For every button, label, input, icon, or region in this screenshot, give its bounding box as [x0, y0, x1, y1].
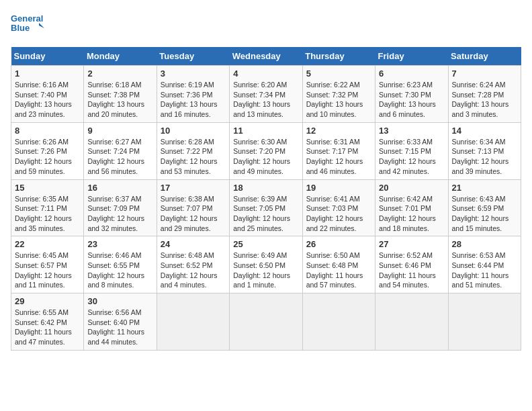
day-info: Sunrise: 6:52 AMSunset: 6:46 PMDaylight:…: [379, 251, 436, 289]
calendar-cell: 1 Sunrise: 6:16 AMSunset: 7:40 PMDayligh…: [11, 66, 84, 123]
day-info: Sunrise: 6:22 AMSunset: 7:32 PMDaylight:…: [306, 81, 363, 118]
day-number: 21: [452, 183, 517, 193]
calendar-week-row: 1 Sunrise: 6:16 AMSunset: 7:40 PMDayligh…: [11, 66, 521, 123]
day-number: 23: [87, 239, 152, 249]
day-number: 19: [306, 183, 371, 193]
weekday-header: Saturday: [448, 47, 521, 66]
calendar-cell: 9 Sunrise: 6:27 AMSunset: 7:24 PMDayligh…: [84, 122, 157, 179]
day-number: 12: [306, 126, 371, 136]
day-info: Sunrise: 6:35 AMSunset: 7:11 PMDaylight:…: [15, 195, 72, 232]
day-info: Sunrise: 6:48 AMSunset: 6:52 PMDaylight:…: [161, 251, 218, 289]
weekday-header: Thursday: [302, 47, 375, 66]
day-info: Sunrise: 6:26 AMSunset: 7:26 PMDaylight:…: [15, 138, 72, 175]
day-number: 20: [379, 183, 444, 193]
logo: General Blue: [11, 11, 44, 40]
day-number: 15: [15, 183, 80, 193]
day-number: 3: [161, 68, 226, 79]
day-info: Sunrise: 6:27 AMSunset: 7:24 PMDaylight:…: [87, 138, 144, 175]
day-number: 5: [306, 68, 371, 79]
day-number: 17: [161, 183, 226, 193]
calendar-week-row: 22 Sunrise: 6:45 AMSunset: 6:57 PMDaylig…: [11, 236, 521, 293]
day-number: 11: [233, 126, 298, 136]
day-number: 18: [233, 183, 298, 193]
calendar-cell: 19 Sunrise: 6:41 AMSunset: 7:03 PMDaylig…: [302, 179, 375, 236]
calendar-week-row: 15 Sunrise: 6:35 AMSunset: 7:11 PMDaylig…: [11, 179, 521, 236]
calendar-cell: 15 Sunrise: 6:35 AMSunset: 7:11 PMDaylig…: [11, 179, 84, 236]
weekday-header: Tuesday: [157, 47, 229, 66]
calendar-cell: [448, 293, 521, 351]
calendar-body: 1 Sunrise: 6:16 AMSunset: 7:40 PMDayligh…: [11, 66, 521, 351]
day-info: Sunrise: 6:38 AMSunset: 7:07 PMDaylight:…: [161, 195, 218, 232]
calendar-week-row: 8 Sunrise: 6:26 AMSunset: 7:26 PMDayligh…: [11, 122, 521, 179]
calendar-cell: 24 Sunrise: 6:48 AMSunset: 6:52 PMDaylig…: [157, 236, 229, 293]
day-info: Sunrise: 6:43 AMSunset: 6:59 PMDaylight:…: [452, 195, 509, 232]
calendar-week-row: 29 Sunrise: 6:55 AMSunset: 6:42 PMDaylig…: [11, 293, 521, 351]
day-number: 24: [161, 239, 226, 249]
day-info: Sunrise: 6:45 AMSunset: 6:57 PMDaylight:…: [15, 251, 72, 289]
day-info: Sunrise: 6:34 AMSunset: 7:13 PMDaylight:…: [452, 138, 509, 175]
calendar-cell: 26 Sunrise: 6:50 AMSunset: 6:48 PMDaylig…: [302, 236, 375, 293]
calendar-cell: 3 Sunrise: 6:19 AMSunset: 7:36 PMDayligh…: [157, 66, 229, 123]
calendar-cell: 21 Sunrise: 6:43 AMSunset: 6:59 PMDaylig…: [448, 179, 521, 236]
day-info: Sunrise: 6:37 AMSunset: 7:09 PMDaylight:…: [87, 195, 144, 232]
calendar-cell: 28 Sunrise: 6:53 AMSunset: 6:44 PMDaylig…: [448, 236, 521, 293]
day-number: 27: [379, 239, 444, 249]
day-number: 13: [379, 126, 444, 136]
day-number: 8: [15, 126, 80, 136]
calendar-cell: 7 Sunrise: 6:24 AMSunset: 7:28 PMDayligh…: [448, 66, 521, 123]
weekday-header: Wednesday: [230, 47, 302, 66]
day-number: 25: [233, 239, 298, 249]
day-number: 2: [87, 68, 152, 79]
day-info: Sunrise: 6:41 AMSunset: 7:03 PMDaylight:…: [306, 195, 363, 232]
day-info: Sunrise: 6:16 AMSunset: 7:40 PMDaylight:…: [15, 81, 72, 118]
logo-svg: General Blue: [11, 11, 44, 40]
svg-marker-2: [39, 23, 44, 28]
day-info: Sunrise: 6:39 AMSunset: 7:05 PMDaylight:…: [233, 195, 290, 232]
calendar-cell: 16 Sunrise: 6:37 AMSunset: 7:09 PMDaylig…: [84, 179, 157, 236]
calendar-header: SundayMondayTuesdayWednesdayThursdayFrid…: [11, 47, 521, 66]
calendar-cell: 23 Sunrise: 6:46 AMSunset: 6:55 PMDaylig…: [84, 236, 157, 293]
day-info: Sunrise: 6:30 AMSunset: 7:20 PMDaylight:…: [233, 138, 290, 175]
day-info: Sunrise: 6:46 AMSunset: 6:55 PMDaylight:…: [87, 251, 144, 289]
day-info: Sunrise: 6:50 AMSunset: 6:48 PMDaylight:…: [306, 251, 363, 289]
calendar-cell: 30 Sunrise: 6:56 AMSunset: 6:40 PMDaylig…: [84, 293, 157, 351]
weekday-header: Sunday: [11, 47, 84, 66]
day-info: Sunrise: 6:56 AMSunset: 6:40 PMDaylight:…: [87, 308, 144, 346]
calendar-cell: 12 Sunrise: 6:31 AMSunset: 7:17 PMDaylig…: [302, 122, 375, 179]
calendar-cell: 17 Sunrise: 6:38 AMSunset: 7:07 PMDaylig…: [157, 179, 229, 236]
calendar-cell: 22 Sunrise: 6:45 AMSunset: 6:57 PMDaylig…: [11, 236, 84, 293]
calendar-cell: [302, 293, 375, 351]
day-info: Sunrise: 6:49 AMSunset: 6:50 PMDaylight:…: [233, 251, 290, 289]
day-number: 22: [15, 239, 80, 249]
day-number: 30: [87, 296, 152, 306]
calendar-cell: 6 Sunrise: 6:23 AMSunset: 7:30 PMDayligh…: [375, 66, 448, 123]
calendar-cell: 11 Sunrise: 6:30 AMSunset: 7:20 PMDaylig…: [230, 122, 302, 179]
weekday-header: Monday: [84, 47, 157, 66]
calendar-cell: 18 Sunrise: 6:39 AMSunset: 7:05 PMDaylig…: [230, 179, 302, 236]
day-info: Sunrise: 6:53 AMSunset: 6:44 PMDaylight:…: [452, 251, 509, 289]
calendar-cell: [375, 293, 448, 351]
day-info: Sunrise: 6:33 AMSunset: 7:15 PMDaylight:…: [379, 138, 436, 175]
day-number: 28: [452, 239, 517, 249]
calendar-cell: 25 Sunrise: 6:49 AMSunset: 6:50 PMDaylig…: [230, 236, 302, 293]
day-info: Sunrise: 6:19 AMSunset: 7:36 PMDaylight:…: [161, 81, 218, 118]
calendar-cell: 4 Sunrise: 6:20 AMSunset: 7:34 PMDayligh…: [230, 66, 302, 123]
day-info: Sunrise: 6:24 AMSunset: 7:28 PMDaylight:…: [452, 81, 509, 118]
day-info: Sunrise: 6:20 AMSunset: 7:34 PMDaylight:…: [233, 81, 290, 118]
day-info: Sunrise: 6:23 AMSunset: 7:30 PMDaylight:…: [379, 81, 436, 118]
calendar-cell: [157, 293, 229, 351]
calendar-cell: 14 Sunrise: 6:34 AMSunset: 7:13 PMDaylig…: [448, 122, 521, 179]
day-number: 7: [452, 68, 517, 79]
svg-text:General: General: [11, 13, 43, 24]
calendar-cell: [230, 293, 302, 351]
calendar-cell: 27 Sunrise: 6:52 AMSunset: 6:46 PMDaylig…: [375, 236, 448, 293]
day-number: 16: [87, 183, 152, 193]
day-number: 10: [161, 126, 226, 136]
weekday-header: Friday: [375, 47, 448, 66]
day-number: 9: [87, 126, 152, 136]
calendar-cell: 13 Sunrise: 6:33 AMSunset: 7:15 PMDaylig…: [375, 122, 448, 179]
calendar-table: SundayMondayTuesdayWednesdayThursdayFrid…: [11, 47, 521, 351]
day-number: 29: [15, 296, 80, 306]
day-number: 26: [306, 239, 371, 249]
calendar-cell: 2 Sunrise: 6:18 AMSunset: 7:38 PMDayligh…: [84, 66, 157, 123]
